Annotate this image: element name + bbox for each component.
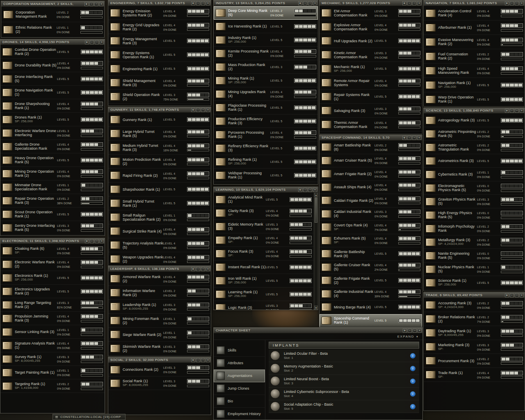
info-icon[interactable]: i: [410, 379, 415, 384]
skill-row[interactable]: Graviton Physics Rank (5)LEVEL 30% DONE: [424, 195, 525, 208]
skill-row[interactable]: Refinery Efficiency Rank (3)LEVEL 5: [214, 142, 318, 155]
skill-row[interactable]: Accounting Rank (3)SP: 4,243/24,000LEVEL…: [424, 298, 525, 312]
skill-row[interactable]: Broker Relations Rank (2)LEVEL 27% DONE: [424, 312, 525, 326]
skill-row[interactable]: Afterburner Rank (1)LEVEL 40% DONE: [424, 21, 525, 35]
skill-row[interactable]: Mining Upgrades Rank (4)LEVEL 40% DONE: [214, 87, 318, 101]
skill-row[interactable]: High Speed Maneuvering RankLEVEL 40% DON…: [424, 64, 525, 78]
skill-row[interactable]: Medium Hybrid Turret Rank (3)LEVEL 416% …: [108, 141, 211, 155]
skill-row[interactable]: Electronics Upgrades Rank (2)LEVEL 5: [0, 285, 105, 298]
minimize-button[interactable]: −: [201, 108, 205, 112]
close-button[interactable]: ×: [417, 136, 421, 140]
skill-row[interactable]: Target Painting Rank (1)LEVEL 10% DONE: [0, 366, 105, 379]
skill-row[interactable]: Ethnic Relations Rank (2)LEVEL 10% DONE: [1, 22, 104, 37]
skill-row[interactable]: Learning Rank (1)SP: 256,000LEVEL 5: [214, 288, 313, 301]
pin-button[interactable]: ∗: [298, 188, 302, 192]
skill-row[interactable]: Astrometric Pinpointing Rank (5)LEVEL 29…: [424, 127, 525, 141]
skill-row[interactable]: Gallente Cruiser Rank (5)LEVEL 42% DONE: [320, 261, 422, 274]
skill-row[interactable]: Eidetic Memory Rank (3)LEVEL 30% DONE: [214, 220, 313, 233]
skill-row[interactable]: Caldari Industrial Rank (4)LEVEL 30% DON…: [320, 208, 422, 221]
minimize-button[interactable]: −: [201, 358, 205, 362]
close-button[interactable]: ×: [520, 1, 524, 5]
skill-row[interactable]: Sentry Drone Interfacing Rank (5)LEVEL 3…: [0, 221, 105, 235]
skill-row[interactable]: Marketing Rank (3)SP:LEVEL 30% DONE: [424, 340, 525, 354]
skill-row[interactable]: Production Efficiency Rank (3)LEVEL 5: [214, 114, 318, 128]
skill-row[interactable]: Small Railgun Specialization Rank (2)LEV…: [108, 210, 211, 224]
skill-row[interactable]: Fuel Conservation Rank (2)LEVEL 20% DONE: [424, 49, 525, 64]
skill-row[interactable]: Shield Management Rank (3)LEVEL 40% DONE: [108, 76, 211, 90]
skill-row[interactable]: Acceleration Control Rank (4)LEVEL 40% D…: [424, 6, 525, 21]
fold-button[interactable]: ▫: [510, 109, 514, 113]
skill-row[interactable]: Skirmish Warfare Rank (2)LEVEL 30% DONE: [108, 342, 211, 356]
skill-row[interactable]: Large Hybrid Turret Rank (5)LEVEL 40% DO…: [108, 127, 211, 141]
fold-button[interactable]: ▫: [196, 358, 200, 362]
skill-row[interactable]: Mining Rank (1)SP: 256,000LEVEL 5: [214, 74, 318, 87]
skill-row[interactable]: Drone Interfacing Rank (5)LEVEL 5: [0, 72, 105, 86]
skill-row[interactable]: Metallurgy Rank (3)SP: 4,243/24,000LEVEL…: [424, 235, 525, 249]
tab-augmentations[interactable]: Augmentations: [214, 370, 265, 382]
fold-button[interactable]: ▫: [90, 40, 94, 44]
skill-row[interactable]: Motion Prediction Rank (2)LEVEL 40% DONE: [108, 155, 211, 169]
skill-row[interactable]: Targeting Rank (1)SP: 1,415/8,000LEVEL 2…: [0, 379, 105, 393]
fold-button[interactable]: ▫: [303, 188, 307, 192]
skill-row[interactable]: Mechanic Rank (1)SP: 256,000LEVEL 5: [320, 62, 422, 76]
skill-row[interactable]: Instant Recall Rank (1)LEVEL 5: [214, 260, 313, 274]
tab-attributes[interactable]: Attributes: [214, 357, 265, 370]
titlebar-trade[interactable]: TRADE, 6 SKILLS, 89,492 POINTS∗▫−×: [424, 292, 525, 298]
skill-row[interactable]: Drone Sharpshooting Rank (1)LEVEL 40% DO…: [0, 99, 105, 113]
skill-row[interactable]: Amarr Cruiser Rank (5)LEVEL 40% DONE: [320, 154, 422, 168]
titlebar-gunnery[interactable]: GUNNERY, 11 SKILLS, 1,748,478 POINTS∗▫−×: [108, 107, 211, 113]
skill-row[interactable]: Thermic Armor Compensation RankLEVEL 40%…: [320, 118, 422, 132]
skill-row[interactable]: Trajectory Analysis Rank (5)LEVEL 40% DO…: [108, 238, 211, 252]
pin-button[interactable]: ∗: [191, 358, 195, 362]
skill-row[interactable]: Mining Barge Rank (4)LEVEL 5: [320, 301, 422, 314]
skill-row[interactable]: Clarity Rank (3)SP:LEVEL 40% DONE: [214, 206, 313, 220]
close-button[interactable]: ×: [206, 267, 210, 271]
skill-row[interactable]: Explosive Armor Compensation RankLEVEL 4…: [320, 20, 422, 34]
skill-row[interactable]: Repair Drone Operation Rank (3)LEVEL 238…: [0, 194, 105, 208]
skill-row[interactable]: Scout Drone Operation Rank (1)LEVEL 5: [0, 208, 105, 221]
tab-jump-clones[interactable]: Jump Clones: [214, 382, 265, 395]
pin-button[interactable]: ∗: [403, 329, 407, 333]
skill-row[interactable]: Electronic Warfare Drone InterfacingLEVE…: [0, 126, 105, 140]
pin-button[interactable]: ∗: [191, 1, 195, 5]
skill-row[interactable]: Amarr Frigate Rank (2)LEVEL 40% DONE: [320, 167, 422, 181]
skill-row[interactable]: Hull Upgrades Rank (2)LEVEL 5: [320, 34, 422, 48]
skill-row[interactable]: Mining Drone Operation Rank (2)LEVEL 40%…: [0, 167, 105, 180]
skill-row[interactable]: Kinetic Armor Compensation RankLEVEL 30%…: [320, 48, 422, 62]
minimize-button[interactable]: −: [95, 40, 99, 44]
fold-button[interactable]: ▫: [196, 108, 200, 112]
skill-row[interactable]: Navigation Rank (1)SP: 256,000LEVEL 5: [424, 78, 525, 92]
skill-row[interactable]: Drones Rank (1)SP: 256,000LEVEL 5: [0, 113, 105, 126]
scrollbar-thumb[interactable]: [315, 197, 317, 223]
skill-row[interactable]: Survey Rank (1)SP: 8,000/45,255LEVEL 30%…: [0, 352, 105, 366]
skill-row[interactable]: Cloaking Rank (6)SP:LEVEL 40% DONE: [0, 244, 105, 258]
pin-button[interactable]: ∗: [505, 1, 509, 5]
skill-row[interactable]: Astrogeology Rank (3)LEVEL 5: [424, 114, 525, 127]
skill-row[interactable]: Focus Rank (3)SP:LEVEL 40% DONE: [214, 247, 313, 260]
fold-button[interactable]: ▫: [408, 329, 412, 333]
skill-row[interactable]: Minmatar Drone Specialization RankLEVEL …: [0, 180, 105, 194]
close-button[interactable]: ×: [313, 1, 317, 5]
minimize-button[interactable]: −: [412, 1, 416, 5]
skill-row[interactable]: Evasive Maneuvering Rank (2)LEVEL 45% DO…: [424, 35, 525, 49]
skill-row[interactable]: Gallente Battleship Rank (8)LEVEL 5: [320, 247, 422, 261]
minimize-button[interactable]: −: [413, 329, 417, 333]
titlebar-social[interactable]: SOCIAL, 2 SKILLS, 32,000 POINTS∗▫−×: [108, 357, 211, 363]
implant-row[interactable]: Social Adaptation Chip - BasicSlot: 5i: [269, 400, 419, 413]
skill-row[interactable]: Caldari Frigate Rank (2)LEVEL 40% DONE: [320, 194, 422, 208]
fold-button[interactable]: ▫: [196, 267, 200, 271]
pin-button[interactable]: ∗: [84, 2, 89, 6]
titlebar-character-sheet[interactable]: CHARACTER SHEET∗▫−×: [214, 328, 422, 333]
titlebar-navigation[interactable]: NAVIGATION, 7 SKILLS, 1,081,042 POINTS∗▫…: [424, 0, 525, 6]
chat-tab[interactable]: CONSTELLATION-LOCAL [15]-CORP: [52, 414, 126, 420]
minimize-button[interactable]: −: [308, 188, 312, 192]
skill-row[interactable]: Armored Warfare Rank (2)LEVEL 40% DONE: [108, 272, 211, 286]
skill-row[interactable]: Logic Rank (3)LEVEL 30% DONE: [214, 301, 313, 310]
skill-row[interactable]: Leadership Rank (1)SP: 8,000/45,255LEVEL…: [108, 300, 211, 314]
skill-row[interactable]: Combat Drone Operation Rank (2)LEVEL 5: [0, 45, 105, 59]
minimize-button[interactable]: −: [308, 1, 312, 5]
skill-row[interactable]: Energy Grid Upgrades Rank (2)LEVEL 40% D…: [108, 20, 211, 34]
skill-row[interactable]: Science Rank (1)SP: 256,000LEVEL 5: [424, 276, 525, 290]
pin-button[interactable]: ∗: [85, 239, 89, 243]
info-icon[interactable]: i: [410, 391, 415, 397]
